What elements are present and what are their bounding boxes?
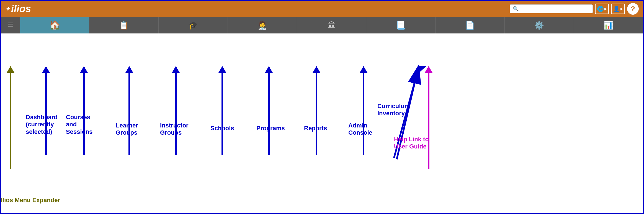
- learner-groups-label: LearnerGroups: [116, 122, 138, 137]
- svg-marker-1: [7, 66, 14, 73]
- user-button[interactable]: 👤 ▶: [611, 4, 625, 14]
- svg-marker-5: [80, 66, 88, 73]
- svg-marker-9: [172, 66, 180, 73]
- ilios-menu-label: Ilios Menu Expander: [1, 197, 62, 204]
- curriculum-icon: 📊: [604, 21, 613, 30]
- admin-label: AdminConsole: [348, 122, 372, 137]
- instructor-groups-icon: 🧑‍⚕️: [257, 21, 267, 30]
- search-box[interactable]: 🔍: [510, 4, 593, 13]
- hamburger-icon: ☰: [8, 22, 13, 29]
- courses-label: CoursesandSessions: [66, 114, 93, 135]
- annotations-svg: [1, 33, 644, 214]
- nav-instructor-groups[interactable]: 🧑‍⚕️: [228, 17, 297, 33]
- learner-groups-icon: 🎓: [188, 21, 198, 30]
- svg-marker-3: [42, 66, 50, 73]
- header-bar: ✦ ilios 🔍 🌐 ▶ 👤 ▶ ?: [1, 1, 643, 17]
- nav-courses[interactable]: 📋: [89, 17, 159, 33]
- main-content: Ilios Menu Expander Dashboard(currentlys…: [1, 33, 643, 214]
- schools-icon: 🏛: [328, 21, 336, 30]
- svg-marker-11: [218, 66, 226, 73]
- logo: ✦ ilios: [5, 3, 31, 15]
- user-chevron: ▶: [620, 7, 623, 11]
- programs-icon: 📃: [396, 21, 406, 30]
- nav-learner-groups[interactable]: 🎓: [159, 17, 228, 33]
- home-icon: 🏠: [49, 20, 60, 30]
- nav-home[interactable]: 🏠: [20, 17, 89, 33]
- globe-chevron: ▶: [604, 7, 607, 11]
- nav-admin[interactable]: ⚙️: [505, 17, 574, 33]
- schools-label: Schools: [210, 125, 234, 132]
- programs-label: Programs: [256, 125, 285, 132]
- help-label: Help Link toUser Guide: [394, 136, 429, 150]
- nav-bar: ☰ 🏠 📋 🎓 🧑‍⚕️ 🏛 📃 📄 ⚙️ 📊: [1, 17, 643, 33]
- user-icon: 👤: [613, 6, 620, 12]
- help-icon: ?: [631, 5, 635, 13]
- svg-marker-7: [125, 66, 133, 73]
- nav-schools[interactable]: 🏛: [297, 17, 366, 33]
- reports-label: Reports: [304, 125, 327, 132]
- dashboard-label: Dashboard(currentlyselected): [26, 114, 58, 135]
- header-right: 🔍 🌐 ▶ 👤 ▶ ?: [510, 3, 639, 15]
- nav-reports[interactable]: 📄: [436, 17, 505, 33]
- courses-icon: 📋: [119, 21, 129, 30]
- logo-star: ✦: [5, 6, 10, 12]
- help-button[interactable]: ?: [627, 3, 639, 15]
- svg-marker-17: [360, 66, 367, 73]
- curriculum-label: CurriculumInventory: [377, 103, 410, 117]
- svg-marker-23: [425, 66, 432, 73]
- nav-programs[interactable]: 📃: [366, 17, 436, 33]
- logo-text: ilios: [11, 3, 31, 15]
- search-input[interactable]: [521, 6, 590, 11]
- globe-button[interactable]: 🌐 ▶: [595, 4, 609, 14]
- reports-icon: 📄: [465, 21, 475, 30]
- admin-icon: ⚙️: [534, 21, 544, 30]
- instructor-groups-label: InstructorGroups: [160, 122, 189, 137]
- svg-marker-13: [265, 66, 273, 73]
- nav-curriculum[interactable]: 📊: [574, 17, 643, 33]
- search-icon: 🔍: [513, 6, 519, 12]
- svg-marker-15: [313, 66, 320, 73]
- globe-icon: 🌐: [597, 6, 604, 12]
- menu-expander[interactable]: ☰: [1, 17, 20, 33]
